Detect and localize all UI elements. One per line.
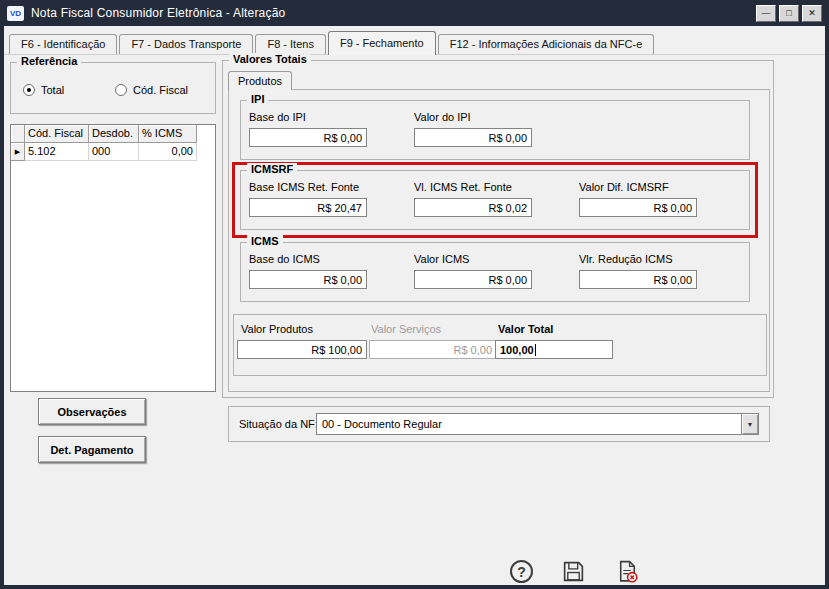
close-button[interactable]: ✕ bbox=[802, 5, 822, 22]
tab-produtos[interactable]: Produtos bbox=[228, 71, 292, 90]
situacao-value: 00 - Documento Regular bbox=[317, 414, 741, 434]
valor-total-field[interactable]: 100,00 bbox=[495, 340, 613, 359]
radio-cod-fiscal-label: Cód. Fiscal bbox=[133, 84, 188, 96]
valor-dif-icmsrf-field[interactable]: R$ 0,00 bbox=[579, 198, 697, 217]
referencia-title: Referência bbox=[17, 55, 81, 67]
valor-produtos-label: Valor Produtos bbox=[241, 323, 313, 335]
vlr-reducao-icms-label: Vlr. Redução ICMS bbox=[579, 253, 673, 265]
help-button[interactable]: ? bbox=[508, 558, 535, 585]
valor-ipi-field[interactable]: R$ 0,00 bbox=[414, 128, 532, 147]
base-icms-label: Base do ICMS bbox=[249, 253, 320, 265]
vlr-reducao-icms-field[interactable]: R$ 0,00 bbox=[579, 270, 697, 289]
document-cancel-icon bbox=[615, 559, 640, 584]
base-icms-ret-fonte-label: Base ICMS Ret. Fonte bbox=[249, 181, 359, 193]
row-indicator: ▶ bbox=[11, 143, 25, 161]
tab-f7-dados-transporte[interactable]: F7 - Dados Transporte bbox=[119, 34, 253, 54]
cell-icms: 0,00 bbox=[139, 143, 197, 161]
items-grid[interactable]: Cód. Fiscal Desdob. % ICMS ▶ 5.102 000 0… bbox=[10, 124, 216, 392]
save-button[interactable] bbox=[560, 558, 587, 585]
valores-totais-title: Valores Totais bbox=[229, 53, 311, 65]
base-ipi-label: Base do IPI bbox=[249, 111, 306, 123]
valor-servicos-label: Valor Serviços bbox=[371, 323, 441, 335]
cell-desdob: 000 bbox=[89, 143, 139, 161]
maximize-icon: □ bbox=[786, 9, 791, 18]
observacoes-button[interactable]: Observações bbox=[38, 398, 146, 425]
ipi-group: IPI Base do IPI R$ 0,00 Valor do IPI R$ … bbox=[240, 100, 750, 160]
tab-f9-fechamento[interactable]: F9 - Fechamento bbox=[328, 31, 436, 55]
valor-dif-icmsrf-label: Valor Dif. ICMSRF bbox=[579, 181, 669, 193]
det-pagamento-button[interactable]: Det. Pagamento bbox=[38, 436, 146, 463]
situacao-panel: Situação da NF: 00 - Documento Regular ▼ bbox=[228, 406, 770, 442]
referencia-group: Referência Total Cód. Fiscal bbox=[10, 62, 216, 114]
valor-icms-label: Valor ICMS bbox=[414, 253, 469, 265]
tab-f6-identificacao[interactable]: F6 - Identificação bbox=[9, 34, 117, 54]
valor-servicos-field: R$ 0,00 bbox=[369, 340, 497, 359]
radio-total-label: Total bbox=[41, 84, 64, 96]
close-icon: ✕ bbox=[808, 9, 816, 18]
valor-icms-field[interactable]: R$ 0,00 bbox=[414, 270, 532, 289]
window-controls: — □ ✕ bbox=[756, 5, 822, 22]
situacao-select[interactable]: 00 - Documento Regular ▼ bbox=[316, 413, 759, 435]
tab-f8-itens[interactable]: F8 - Itens bbox=[255, 34, 325, 54]
chevron-down-icon: ▼ bbox=[747, 421, 754, 428]
valor-produtos-field[interactable]: R$ 100,00 bbox=[237, 340, 367, 359]
minimize-button[interactable]: — bbox=[756, 5, 776, 22]
table-row[interactable]: ▶ 5.102 000 0,00 bbox=[11, 143, 215, 161]
icms-title: ICMS bbox=[247, 235, 283, 247]
app-icon: VD bbox=[7, 6, 24, 21]
radio-total-icon bbox=[23, 84, 35, 96]
situacao-label: Situação da NF: bbox=[239, 418, 318, 430]
app-window: VD Nota Fiscal Consumidor Eletrônica - A… bbox=[0, 0, 829, 589]
grid-col-icms[interactable]: % ICMS bbox=[139, 125, 197, 143]
valor-ipi-label: Valor do IPI bbox=[414, 111, 471, 123]
icmsrf-title: ICMSRF bbox=[247, 163, 297, 175]
radio-cod-fiscal-icon bbox=[115, 84, 127, 96]
icms-group: ICMS Base do ICMS R$ 0,00 Valor ICMS R$ … bbox=[240, 242, 750, 302]
help-icon: ? bbox=[510, 560, 533, 583]
grid-col-cod-fiscal[interactable]: Cód. Fiscal bbox=[25, 125, 89, 143]
minimize-icon: — bbox=[762, 9, 771, 18]
grid-indicator-header bbox=[11, 125, 25, 143]
cancel-document-button[interactable] bbox=[614, 558, 641, 585]
text-caret bbox=[535, 344, 536, 356]
icmsrf-group: ICMSRF Base ICMS Ret. Fonte R$ 20,47 Vl.… bbox=[240, 170, 750, 230]
cell-cod-fiscal: 5.102 bbox=[25, 143, 89, 161]
window-title: Nota Fiscal Consumidor Eletrônica - Alte… bbox=[31, 6, 285, 20]
tab-bar: F6 - Identificação F7 - Dados Transporte… bbox=[4, 31, 825, 55]
base-ipi-field[interactable]: R$ 0,00 bbox=[249, 128, 367, 147]
dropdown-button[interactable]: ▼ bbox=[741, 414, 758, 434]
base-icms-ret-fonte-field[interactable]: R$ 20,47 bbox=[249, 198, 367, 217]
row-selector-icon: ▶ bbox=[15, 148, 20, 156]
radio-option-cod-fiscal[interactable]: Cód. Fiscal bbox=[115, 83, 188, 97]
grid-header: Cód. Fiscal Desdob. % ICMS bbox=[11, 125, 215, 143]
maximize-button[interactable]: □ bbox=[779, 5, 799, 22]
title-bar[interactable]: VD Nota Fiscal Consumidor Eletrônica - A… bbox=[0, 0, 829, 26]
radio-option-total[interactable]: Total bbox=[23, 83, 64, 97]
tab-f12-informacoes-adicionais[interactable]: F12 - Informações Adicionais da NFC-e bbox=[438, 34, 655, 54]
ipi-title: IPI bbox=[247, 93, 268, 105]
grid-col-desdob[interactable]: Desdob. bbox=[89, 125, 139, 143]
save-icon bbox=[561, 559, 586, 584]
totais-box: Valor Produtos R$ 100,00 Valor Serviços … bbox=[233, 314, 767, 376]
vl-icms-ret-fonte-label: Vl. ICMS Ret. Fonte bbox=[414, 181, 512, 193]
base-icms-field[interactable]: R$ 0,00 bbox=[249, 270, 367, 289]
valor-total-label: Valor Total bbox=[498, 323, 553, 335]
vl-icms-ret-fonte-field[interactable]: R$ 0,02 bbox=[414, 198, 532, 217]
